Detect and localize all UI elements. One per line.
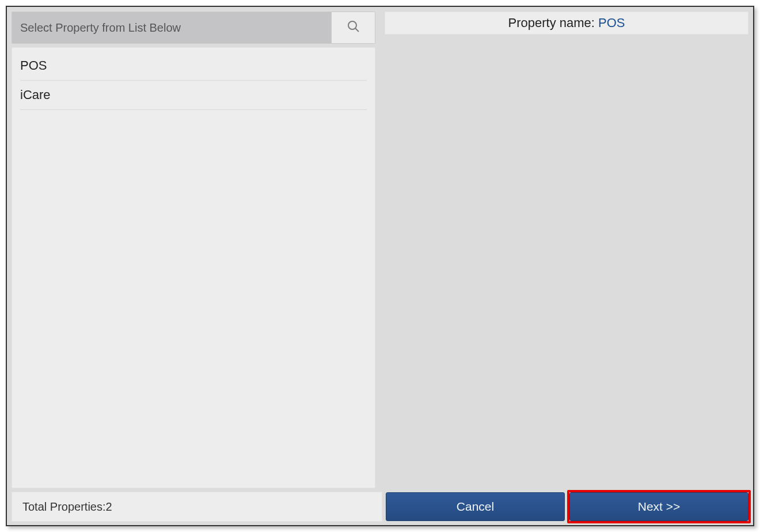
next-button-label: Next >>	[638, 500, 681, 514]
cancel-button-label: Cancel	[457, 500, 494, 514]
svg-line-1	[355, 28, 359, 32]
right-panel-body	[385, 35, 748, 488]
left-panel: Select Property from List Below POS iCar…	[7, 7, 380, 488]
next-button[interactable]: Next >>	[569, 492, 748, 521]
dialog-frame: Select Property from List Below POS iCar…	[6, 6, 754, 526]
property-name-header: Property name: POS	[385, 12, 748, 35]
list-item[interactable]: POS	[20, 51, 367, 81]
cancel-button[interactable]: Cancel	[386, 492, 565, 521]
search-button[interactable]	[331, 12, 375, 43]
property-list: POS iCare	[12, 47, 375, 488]
property-name-value: POS	[598, 16, 625, 31]
total-properties-bar: Total Properties:2	[12, 492, 382, 522]
left-panel-title: Select Property from List Below	[12, 12, 331, 43]
total-properties-value: 2	[106, 500, 112, 514]
svg-point-0	[348, 21, 356, 29]
search-icon	[347, 20, 360, 36]
content-row: Select Property from List Below POS iCar…	[7, 7, 753, 488]
right-panel: Property name: POS	[380, 7, 753, 488]
total-properties-label: Total Properties:	[22, 500, 106, 514]
property-name-label: Property name:	[508, 16, 595, 31]
footer-row: Total Properties:2 Cancel Next >>	[7, 488, 753, 525]
list-item[interactable]: iCare	[20, 81, 367, 110]
footer-buttons: Cancel Next >>	[382, 488, 753, 525]
left-panel-header: Select Property from List Below	[12, 12, 375, 44]
